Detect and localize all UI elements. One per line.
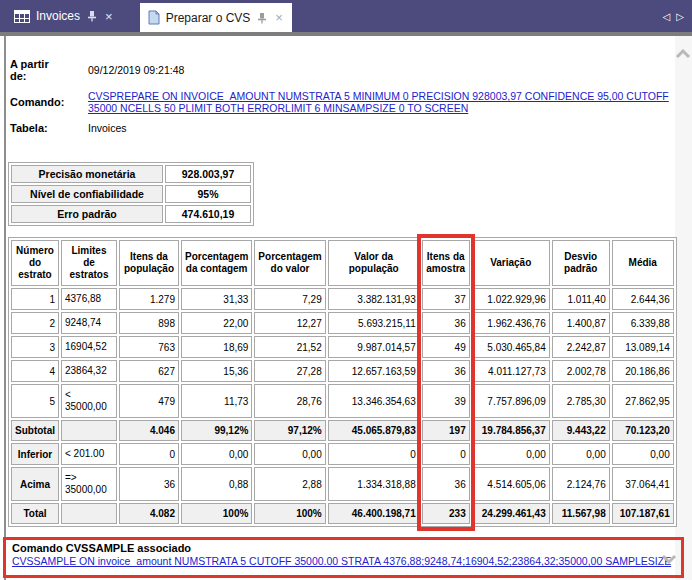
panel-left-border (4, 36, 6, 580)
table-cell: 13.346.354,63 (328, 384, 420, 418)
table-cell: 233 (422, 503, 470, 524)
table-cell: 1 (11, 288, 59, 310)
table-cell: 5.693.215,11 (328, 312, 420, 334)
table-cell: 28,76 (254, 384, 325, 418)
table-grid-icon (14, 10, 30, 23)
table-cell: 97,12% (254, 420, 325, 441)
strata-table: Número do estratoLimites de estratosIten… (8, 237, 677, 527)
tab-label: Preparar o CVS (166, 11, 251, 25)
table-cell: 479 (119, 384, 179, 418)
table-cell (61, 420, 117, 441)
table-cell: 898 (119, 312, 179, 334)
table-cell: 0,00 (552, 443, 610, 465)
table-cell: 5.030.465,84 (472, 336, 550, 358)
tab-invoices[interactable]: Invoices × (6, 0, 122, 32)
table-cell: < 201.00 (61, 443, 117, 465)
report-header: A partir de: 09/12/2019 09:21:48 Comando… (10, 58, 670, 134)
table-cell: 1.962.436,76 (472, 312, 550, 334)
pin-icon[interactable] (86, 10, 98, 22)
table-cell: 0,00 (254, 443, 325, 465)
scrollbar-track[interactable] (675, 36, 692, 580)
scroll-tabs-right-icon[interactable]: ▷ (676, 11, 684, 22)
scroll-up-icon[interactable] (675, 46, 692, 58)
summary-stat-value: 928.003,97 (165, 165, 251, 183)
summary-table-body: Precisão monetária928.003,97Nível de con… (11, 165, 251, 223)
table-cell: 27,28 (254, 360, 325, 382)
table-cell: 21,52 (254, 336, 325, 358)
table-cell: 37 (422, 288, 470, 310)
strata-column-header: Itens da população (119, 240, 179, 286)
tab-bar: Invoices × Preparar o CVS × (0, 0, 692, 32)
table-cell: 9248,74 (61, 312, 117, 334)
table-cell: 1.011,40 (552, 288, 610, 310)
table-row: Acima=> 35000,00360,882,881.334.318,8836… (11, 467, 674, 501)
table-cell: Total (11, 503, 59, 524)
summary-stat-value: 95% (165, 185, 251, 203)
table-cell: 6.339,88 (612, 312, 674, 334)
close-icon[interactable]: × (274, 11, 284, 24)
table-cell: 12,27 (254, 312, 325, 334)
table-cell: 0 (119, 443, 179, 465)
scroll-tabs-left-icon[interactable]: ◁ (663, 11, 671, 22)
summary-row: Erro padrão474.610,19 (11, 205, 251, 223)
strata-column-header: Porcentagem da contagem (181, 240, 252, 286)
table-cell: => 35000,00 (61, 467, 117, 501)
tab-preparar-cvs[interactable]: Preparar o CVS × (140, 3, 292, 32)
summary-row: Nível de confiabilidade95% (11, 185, 251, 203)
table-cell (61, 503, 117, 524)
strata-column-header: Variação (472, 240, 550, 286)
table-cell: 45.065.879,83 (328, 420, 420, 441)
table-row: Inferior< 201.0000,000,00000,000,000,00 (11, 443, 674, 465)
table-cell: 46.400.198,71 (328, 503, 420, 524)
table-cell: Inferior (11, 443, 59, 465)
table-cell: 4.011.127,73 (472, 360, 550, 382)
table-cell: 100% (181, 503, 252, 524)
pin-icon[interactable] (256, 12, 268, 24)
cvssample-command-link[interactable]: CVSSAMPLE ON invoice_amount NUMSTRATA 5 … (12, 555, 675, 567)
table-cell: 0,00 (181, 443, 252, 465)
document-icon (148, 10, 160, 25)
strata-column-header: Número do estrato (11, 240, 59, 286)
table-cell: 49 (422, 336, 470, 358)
table-cell: 70.123,20 (612, 420, 674, 441)
table-cell: 27.862,95 (612, 384, 674, 418)
table-cell: 3.382.131,93 (328, 288, 420, 310)
table-row: 423864,3262715,3627,2812.657.163,59364.0… (11, 360, 674, 382)
tab-scroll-arrows: ◁ ▷ (663, 0, 684, 32)
table-cell: 39 (422, 384, 470, 418)
table-cell: 24.299.461,43 (472, 503, 550, 524)
table-cell: Subtotal (11, 420, 59, 441)
table-cell: 11.567,98 (552, 503, 610, 524)
tabbar-separator (0, 32, 692, 36)
scroll-down-icon[interactable] (661, 551, 679, 563)
table-cell: 36 (119, 467, 179, 501)
cvssample-highlight-box: Comando CVSSAMPLE associado CVSSAMPLE ON… (3, 537, 684, 578)
table-cell: 20.186,86 (612, 360, 674, 382)
table-cell: 2.124,76 (552, 467, 610, 501)
table-cell: 1.400,87 (552, 312, 610, 334)
table-cell: 11,73 (181, 384, 252, 418)
table-cell: 7.757.896,09 (472, 384, 550, 418)
table-cell: 36 (422, 467, 470, 501)
summary-row: Precisão monetária928.003,97 (11, 165, 251, 183)
table-cell: 627 (119, 360, 179, 382)
from-value: 09/12/2019 09:21:48 (88, 64, 670, 76)
table-cell: 0,00 (472, 443, 550, 465)
table-cell: 4.082 (119, 503, 179, 524)
cvsprepare-command-link[interactable]: CVSPREPARE ON INVOICE_AMOUNT NUMSTRATA 5… (88, 90, 669, 114)
table-cell: 2.002,78 (552, 360, 610, 382)
from-label: A partir de: (10, 58, 68, 82)
close-icon[interactable]: × (104, 10, 114, 23)
table-cell: 36 (422, 312, 470, 334)
table-cell: 0 (328, 443, 420, 465)
table-cell: 100% (254, 503, 325, 524)
table-cell: 23864,32 (61, 360, 117, 382)
table-cell: 4.046 (119, 420, 179, 441)
table-row: Subtotal4.04699,12%97,12%45.065.879,8319… (11, 420, 674, 441)
table-cell: 1.279 (119, 288, 179, 310)
summary-stat-value: 474.610,19 (165, 205, 251, 223)
table-cell: 2.785,30 (552, 384, 610, 418)
table-cell: 2.644,36 (612, 288, 674, 310)
table-cell: 7,29 (254, 288, 325, 310)
table-cell: Acima (11, 467, 59, 501)
